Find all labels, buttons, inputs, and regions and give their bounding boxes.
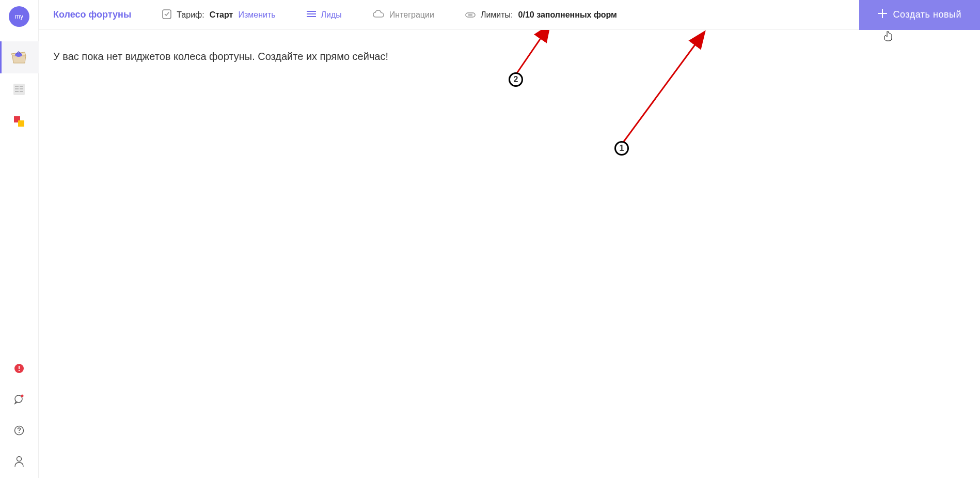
- svg-point-0: [15, 53, 22, 57]
- svg-rect-25: [878, 13, 887, 14]
- tariff-group: Тариф: Старт Изменить: [162, 9, 275, 21]
- check-badge-icon: [162, 9, 171, 21]
- svg-rect-5: [20, 88, 23, 89]
- svg-rect-7: [20, 91, 23, 92]
- limits-value: 0/10 заполненных форм: [518, 10, 617, 20]
- squares-icon: [13, 115, 25, 128]
- svg-point-17: [17, 457, 22, 461]
- header: Колесо фортуны Тариф: Старт Изменить: [39, 0, 980, 30]
- box-icon: [11, 51, 27, 64]
- sidebar-item-forms[interactable]: [0, 73, 39, 105]
- avatar-label: my: [15, 13, 23, 20]
- svg-rect-23: [468, 14, 472, 16]
- form-icon: [12, 83, 26, 96]
- integrations-link-group[interactable]: Интеграции: [373, 10, 434, 20]
- annotation-overlay: [39, 30, 980, 443]
- svg-rect-2: [15, 86, 19, 87]
- tariff-label: Тариф:: [177, 10, 204, 20]
- svg-rect-20: [307, 13, 316, 14]
- svg-rect-12: [19, 370, 20, 371]
- create-new-button[interactable]: Создать новый: [859, 0, 980, 30]
- limits-group: Лимиты: 0/10 заполненных форм: [465, 10, 617, 20]
- plus-icon: [878, 9, 887, 21]
- svg-rect-3: [20, 86, 23, 87]
- sidebar-item-apps[interactable]: [0, 105, 39, 137]
- cloud-icon: [373, 10, 384, 20]
- empty-state-message: У вас пока нет виджетов колеса фортуны. …: [53, 51, 966, 63]
- svg-rect-4: [15, 88, 19, 89]
- create-button-label: Создать новый: [893, 9, 961, 20]
- help-icon: [14, 425, 24, 438]
- svg-rect-11: [19, 366, 20, 369]
- link-icon: [465, 10, 476, 20]
- main: Колесо фортуны Тариф: Старт Изменить: [39, 0, 980, 478]
- limits-label: Лимиты:: [481, 10, 513, 20]
- svg-rect-9: [18, 120, 24, 127]
- sidebar-item-wheel[interactable]: [0, 41, 39, 73]
- alert-icon: [14, 364, 24, 375]
- annotation-marker-2: 2: [509, 72, 523, 87]
- chat-icon: [13, 394, 25, 407]
- svg-point-14: [21, 395, 24, 397]
- avatar[interactable]: my: [9, 6, 29, 27]
- svg-rect-6: [15, 91, 19, 92]
- svg-rect-18: [163, 10, 171, 19]
- svg-line-27: [622, 32, 705, 144]
- sidebar-profile[interactable]: [9, 452, 29, 473]
- sidebar-alert[interactable]: [9, 359, 29, 380]
- annotation-marker-1: 1: [614, 141, 629, 156]
- sidebar: my: [0, 0, 39, 478]
- user-icon: [14, 456, 24, 469]
- sidebar-chat[interactable]: [9, 390, 29, 411]
- content-area: У вас пока нет виджетов колеса фортуны. …: [39, 30, 980, 478]
- menu-lines-icon: [307, 10, 316, 20]
- svg-rect-19: [307, 11, 316, 12]
- change-tariff-link[interactable]: Изменить: [238, 10, 275, 20]
- leads-link: Лиды: [321, 10, 342, 20]
- leads-link-group[interactable]: Лиды: [307, 10, 342, 20]
- tariff-value: Старт: [210, 10, 233, 20]
- page-title: Колесо фортуны: [53, 9, 131, 20]
- svg-rect-21: [307, 16, 316, 17]
- sidebar-help[interactable]: [9, 421, 29, 442]
- integrations-link: Интеграции: [389, 10, 434, 20]
- svg-point-16: [19, 432, 20, 433]
